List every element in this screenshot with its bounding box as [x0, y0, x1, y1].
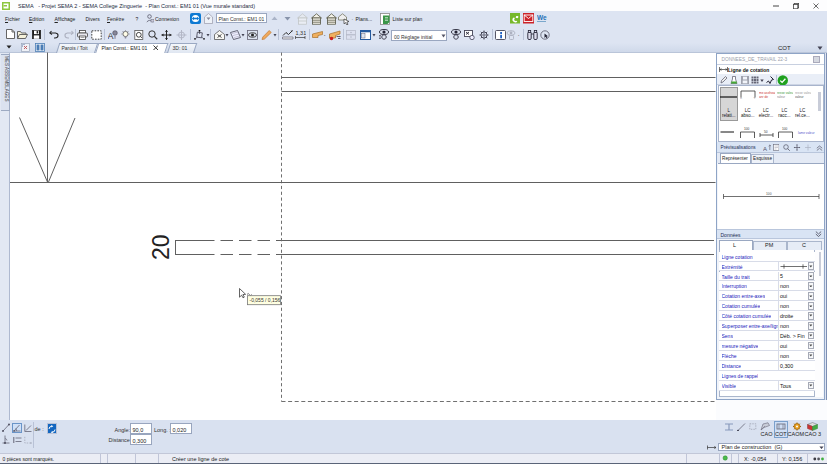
svg-text:100: 100: [744, 127, 750, 131]
svg-text:50: 50: [764, 130, 768, 134]
svg-text:0: 0: [740, 97, 742, 100]
svg-text:anr de: anr de: [759, 95, 768, 99]
svg-text:lame valeur: lame valeur: [798, 131, 815, 135]
svg-text:-0,055 / 0,156: -0,055 / 0,156: [250, 297, 281, 303]
svg-text:A: A: [763, 146, 767, 152]
svg-text:valeur: valeur: [795, 95, 805, 99]
svg-text:20: 20: [148, 235, 174, 261]
svg-text:100: 100: [782, 127, 788, 131]
svg-text:raleur: raleur: [777, 95, 786, 99]
svg-text:100: 100: [766, 192, 772, 196]
